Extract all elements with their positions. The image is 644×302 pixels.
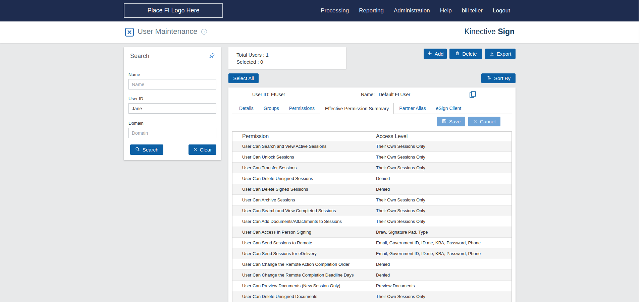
access-level-cell: Email, Government ID, ID.me, KBA, Passwo… — [376, 240, 512, 245]
table-row: User Can Delete Unsigned SessionsDenied — [232, 173, 512, 184]
access-level-cell: Their Own Sessions Only — [376, 294, 512, 299]
save-button[interactable]: Save — [437, 117, 465, 126]
tab-esign-client[interactable]: eSign Client — [431, 103, 466, 114]
top-nav-menu: Processing Reporting Administration Help… — [321, 0, 510, 21]
table-row: User Can Delete Unsigned DocumentsTheir … — [232, 291, 512, 302]
tab-partner-alias[interactable]: Partner Alias — [394, 103, 430, 114]
table-row: User Can Delete Signed SessionsDenied — [232, 184, 512, 195]
clear-x-icon — [193, 147, 198, 153]
nav-help[interactable]: Help — [440, 7, 452, 14]
sort-arrows-icon — [486, 75, 492, 81]
total-users-count: Total Users : 1 — [236, 51, 346, 58]
clear-button[interactable]: Clear — [189, 144, 216, 155]
table-row: User Can Access In Person SigningDraw, S… — [232, 227, 512, 238]
user-id-value: FIUser — [271, 92, 285, 97]
access-level-cell: Denied — [376, 273, 512, 278]
cancel-button-label: Cancel — [480, 119, 496, 124]
cancel-x-icon — [473, 119, 478, 124]
export-button-label: Export — [497, 51, 511, 57]
access-level-cell: Their Own Sessions Only — [376, 219, 512, 224]
nav-user-bill-teller[interactable]: bill teller — [462, 7, 483, 14]
permission-cell: User Can Send Sessions for eDelivery — [232, 251, 376, 256]
nav-processing[interactable]: Processing — [321, 7, 349, 14]
table-row: User Can Send Sessions to RemoteEmail, G… — [232, 238, 512, 248]
permissions-table-header: Permission Access Level — [232, 132, 512, 141]
detail-tabs: Details Groups Permissions Effective Per… — [232, 103, 512, 114]
user-actions-toolbar: Add Delete — [424, 49, 516, 59]
user-detail-panel: User ID: FIUser Name: Default FI User De… — [228, 87, 516, 302]
permission-cell: User Can Transfer Sessions — [232, 165, 376, 170]
tab-groups[interactable]: Groups — [259, 103, 284, 114]
select-all-button-label: Select All — [233, 75, 254, 81]
table-row: User Can Search and View Active Sessions… — [232, 141, 512, 152]
brand-name: Kinective — [464, 27, 495, 36]
pin-icon[interactable] — [208, 52, 216, 59]
table-row: User Can Unlock SessionsTheir Own Sessio… — [232, 152, 512, 163]
tab-details[interactable]: Details — [234, 103, 258, 114]
permission-column-header: Permission — [232, 133, 376, 139]
save-button-label: Save — [449, 119, 461, 124]
user-count-summary: Total Users : 1 Selected : 0 — [228, 47, 346, 69]
tab-permissions[interactable]: Permissions — [284, 103, 319, 114]
table-row: User Can Change the Remote Action Comple… — [232, 259, 512, 270]
nav-administration[interactable]: Administration — [394, 7, 430, 14]
table-row: User Can Change the Remote Completion De… — [232, 270, 512, 281]
permission-cell: User Can Search and View Active Sessions — [232, 144, 376, 149]
info-icon[interactable]: i — [201, 29, 207, 35]
select-all-button[interactable]: Select All — [228, 73, 259, 83]
domain-input[interactable] — [128, 128, 216, 138]
app-window: Place FI Logo Here Processing Reporting … — [0, 0, 644, 302]
brand-product: Sign — [498, 27, 515, 36]
table-row: User Can Archive SessionsTheir Own Sessi… — [232, 195, 512, 205]
nav-reporting[interactable]: Reporting — [359, 7, 384, 14]
nav-logout[interactable]: Logout — [493, 7, 510, 14]
name-input[interactable] — [128, 79, 216, 89]
fi-logo-placeholder: Place FI Logo Here — [124, 3, 223, 18]
cancel-button[interactable]: Cancel — [468, 117, 500, 126]
clear-button-label: Clear — [200, 147, 212, 153]
user-maintenance-app-icon — [125, 27, 134, 37]
permission-cell: User Can Change the Remote Completion De… — [232, 273, 376, 278]
permission-cell: User Can Delete Unsigned Documents — [232, 294, 376, 299]
page-title: User Maintenance — [138, 27, 198, 36]
table-row: User Can Preview Documents (New Session … — [232, 281, 512, 291]
access-level-cell: Their Own Sessions Only — [376, 155, 512, 160]
delete-button[interactable]: Delete — [449, 49, 482, 59]
permission-cell: User Can Preview Documents (New Session … — [232, 283, 376, 288]
name-label: Name: — [361, 92, 375, 97]
access-level-cell: Their Own Sessions Only — [376, 208, 512, 213]
table-row: User Can Search and View Completed Sessi… — [232, 205, 512, 216]
download-icon — [489, 51, 494, 57]
permission-cell: User Can Delete Unsigned Sessions — [232, 176, 376, 181]
save-cancel-toolbar: Save Cancel — [437, 117, 500, 126]
permissions-table-body: User Can Search and View Active Sessions… — [232, 141, 512, 302]
access-level-cell: Their Own Sessions Only — [376, 165, 512, 170]
tab-effective-permission-summary[interactable]: Effective Permission Summary — [320, 103, 394, 114]
search-panel-title: Search — [130, 53, 149, 60]
access-level-cell: Email, Government ID, ID.me, KBA, Passwo… — [376, 251, 512, 256]
access-level-cell: Denied — [376, 187, 512, 192]
add-button[interactable]: Add — [424, 49, 447, 59]
table-row: User Can Send Sessions for eDeliveryEmai… — [232, 248, 512, 259]
name-value: Default FI User — [379, 92, 410, 97]
user-id-field-label: User ID — [128, 96, 143, 101]
permission-cell: User Can Access In Person Signing — [232, 230, 376, 235]
search-icon — [135, 147, 140, 153]
search-panel: Search Name User ID Domain Search — [124, 47, 221, 160]
permission-cell: User Can Delete Signed Sessions — [232, 187, 376, 192]
access-level-cell: Their Own Sessions Only — [376, 144, 512, 149]
sort-by-button-label: Sort By — [494, 75, 511, 81]
access-level-cell: Preview Documents — [376, 283, 512, 288]
user-id-input[interactable] — [128, 103, 216, 114]
export-button[interactable]: Export — [485, 49, 516, 59]
trash-icon — [455, 51, 460, 57]
search-button[interactable]: Search — [130, 144, 163, 155]
domain-field-label: Domain — [128, 121, 144, 126]
scrollbar-track[interactable] — [639, 0, 644, 302]
top-navigation-bar: Place FI Logo Here Processing Reporting … — [0, 0, 639, 21]
add-button-label: Add — [435, 51, 444, 57]
permission-cell: User Can Search and View Completed Sessi… — [232, 208, 376, 213]
sort-by-button[interactable]: Sort By — [481, 73, 516, 83]
access-level-cell: Denied — [376, 262, 512, 267]
copy-icon[interactable] — [468, 90, 478, 100]
